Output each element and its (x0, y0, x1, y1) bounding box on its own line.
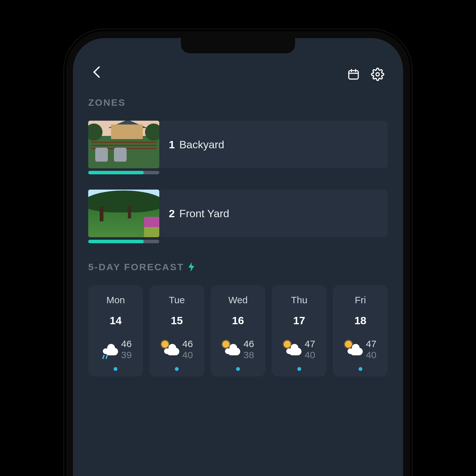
zone-progress (88, 171, 159, 174)
temp-high: 46 (243, 338, 254, 349)
chevron-left-icon (95, 68, 102, 81)
temp-high: 47 (366, 338, 376, 349)
forecast-day-tue[interactable]: Tue 15 46 40 (149, 285, 204, 377)
settings-button[interactable] (370, 67, 385, 82)
zone-number: 1 (169, 138, 175, 151)
zone-body: 1 Backyard (159, 121, 388, 168)
bolt-icon (188, 262, 195, 272)
weather-partly-sunny-icon (283, 341, 301, 357)
phone-frame: ZONES 1 Backyard (63, 29, 413, 476)
zone-thumbnail (88, 190, 159, 237)
indicator-dot (236, 367, 240, 371)
weather-partly-sunny-icon (222, 341, 240, 357)
zone-card-frontyard[interactable]: 2 Front Yard (88, 190, 388, 243)
day-name: Tue (169, 295, 185, 305)
day-name: Mon (106, 295, 125, 305)
calendar-button[interactable] (346, 67, 361, 82)
day-number: 14 (109, 314, 122, 327)
forecast-grid: Mon 14 46 39 Tue 15 (88, 285, 388, 377)
temp-low: 40 (182, 349, 193, 360)
zone-card-backyard[interactable]: 1 Backyard (88, 121, 388, 174)
gear-icon (371, 68, 384, 81)
temp-low: 40 (366, 349, 376, 360)
header (88, 67, 388, 82)
temp-low: 38 (243, 349, 254, 360)
day-number: 18 (354, 314, 367, 327)
indicator-dot (114, 367, 117, 371)
svg-point-1 (376, 73, 380, 76)
phone-notch (181, 38, 295, 53)
zones-title-text: ZONES (88, 97, 126, 108)
svg-rect-0 (349, 70, 358, 79)
temp-low: 39 (121, 349, 132, 360)
weather-partly-sunny-icon (161, 341, 179, 357)
zone-progress-fill (88, 240, 144, 243)
temp-low: 40 (305, 349, 315, 360)
forecast-day-thu[interactable]: Thu 17 47 40 (272, 285, 327, 377)
temp-high: 46 (121, 338, 132, 349)
zone-name: Front Yard (179, 207, 229, 220)
day-name: Fri (355, 295, 366, 305)
zone-number: 2 (169, 207, 175, 220)
zone-body: 2 Front Yard (159, 190, 388, 237)
zone-name: Backyard (179, 138, 224, 151)
temp-high: 46 (182, 338, 193, 349)
day-number: 15 (171, 314, 183, 327)
weather-partly-sunny-icon (344, 341, 363, 357)
forecast-day-wed[interactable]: Wed 16 46 38 (211, 285, 266, 377)
day-number: 17 (293, 314, 305, 327)
app-screen: ZONES 1 Backyard (73, 38, 403, 476)
forecast-day-fri[interactable]: Fri 18 47 40 (333, 285, 388, 377)
day-number: 16 (232, 314, 244, 327)
forecast-title-text: 5-DAY FORECAST (88, 262, 184, 272)
indicator-dot (297, 367, 301, 371)
day-name: Thu (291, 295, 307, 305)
weather-rain-icon (100, 341, 118, 357)
indicator-dot (175, 367, 179, 371)
zone-progress-fill (88, 171, 144, 174)
calendar-icon (347, 68, 360, 81)
zone-progress (88, 240, 159, 243)
zone-thumbnail (88, 121, 159, 168)
back-button[interactable] (91, 67, 106, 82)
forecast-section-title: 5-DAY FORECAST (88, 262, 388, 272)
temp-high: 47 (305, 338, 315, 349)
zones-list: 1 Backyard (88, 121, 388, 243)
indicator-dot (359, 367, 362, 371)
day-name: Wed (228, 295, 248, 305)
zones-section-title: ZONES (88, 97, 388, 108)
forecast-day-mon[interactable]: Mon 14 46 39 (88, 285, 143, 377)
